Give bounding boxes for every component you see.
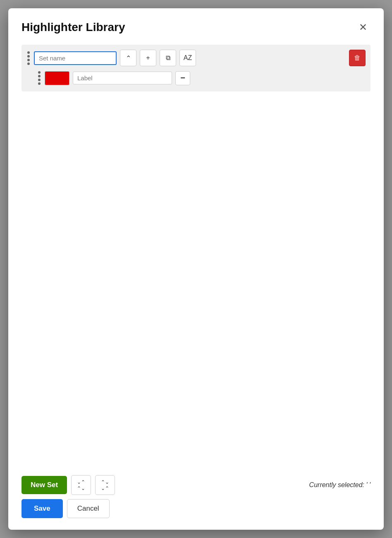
collapse-arrows-icon: ⌄⌃ <box>77 479 85 485</box>
sort-az-button[interactable]: AZ <box>179 50 196 66</box>
close-icon: ✕ <box>359 22 367 33</box>
plus-icon: + <box>146 54 150 62</box>
move-up-button[interactable]: ⌃ <box>120 50 136 66</box>
new-set-button[interactable]: New Set <box>22 476 67 494</box>
expand-arrows-icon: ⌃⌄ <box>101 479 109 485</box>
expand-button[interactable]: ⌃⌄ ⌄⌃ <box>95 475 115 495</box>
save-cancel-row: Save Cancel <box>22 499 370 518</box>
expand-arrows-icon-2: ⌄⌃ <box>101 485 109 491</box>
row-drag-handle-icon[interactable] <box>37 70 41 86</box>
chevron-up-icon: ⌃ <box>126 54 131 62</box>
set-name-row: ⌃ + ⧉ AZ 🗑 <box>26 50 366 66</box>
modal-footer: New Set ⌄⌃ ⌃⌄ ⌃⌄ ⌄⌃ <box>22 475 370 518</box>
save-label: Save <box>34 504 50 512</box>
add-highlight-button[interactable]: + <box>140 50 156 66</box>
duplicate-button[interactable]: ⧉ <box>160 50 176 66</box>
duplicate-icon: ⧉ <box>166 54 170 62</box>
delete-set-button[interactable]: 🗑 <box>349 50 366 66</box>
currently-selected-value: ' ' <box>366 481 370 488</box>
cancel-label: Cancel <box>77 504 99 512</box>
currently-selected-label: Currently selected: <box>309 481 364 488</box>
collapse-arrows-icon-2: ⌃⌄ <box>77 485 85 491</box>
modal-header: Highlighter Library ✕ <box>22 20 370 35</box>
footer-actions-row: New Set ⌄⌃ ⌃⌄ ⌃⌄ ⌄⌃ <box>22 475 115 495</box>
footer-left: New Set ⌄⌃ ⌃⌄ ⌃⌄ ⌄⌃ <box>22 475 115 495</box>
remove-highlight-button[interactable]: − <box>175 71 190 85</box>
modal-body <box>22 91 370 475</box>
color-swatch[interactable] <box>45 71 69 85</box>
trash-icon: 🗑 <box>354 54 361 62</box>
currently-selected-area: Currently selected: ' ' <box>309 481 370 489</box>
save-button[interactable]: Save <box>22 499 63 518</box>
highlighter-library-modal: Highlighter Library ✕ ⌃ + ⧉ AZ <box>8 8 384 530</box>
cancel-button[interactable]: Cancel <box>67 499 110 518</box>
footer-top-row: New Set ⌄⌃ ⌃⌄ ⌃⌄ ⌄⌃ <box>22 475 370 495</box>
set-area: ⌃ + ⧉ AZ 🗑 − <box>22 45 370 91</box>
modal-title: Highlighter Library <box>22 21 125 34</box>
highlighter-row: − <box>37 70 366 86</box>
close-button[interactable]: ✕ <box>356 20 370 35</box>
label-input[interactable] <box>73 72 172 84</box>
set-name-input[interactable] <box>34 51 117 65</box>
drag-handle-icon[interactable] <box>26 50 31 66</box>
sort-az-icon: AZ <box>184 54 192 62</box>
minus-icon: − <box>180 73 185 83</box>
collapse-all-button[interactable]: ⌄⌃ ⌃⌄ <box>71 475 91 495</box>
new-set-label: New Set <box>31 481 58 489</box>
